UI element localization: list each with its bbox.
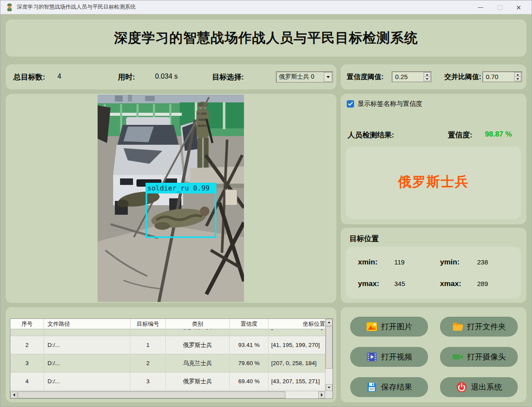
spin-down-button[interactable] (514, 77, 521, 81)
xmin-value: 119 (394, 258, 405, 266)
maximize-button[interactable] (490, 0, 509, 14)
column-header[interactable]: 文件路径 (44, 319, 130, 329)
save-result-button[interactable]: 保存结果 (350, 377, 428, 397)
horizontal-scrollbar[interactable] (10, 391, 325, 398)
cell-coords: [43, 207, 155, 271] (269, 372, 325, 390)
cell-index: 1 (10, 329, 44, 336)
exit-system-button[interactable]: 退出系统 (440, 377, 518, 397)
scroll-up-button[interactable] (326, 319, 332, 326)
cell-coords: [41, 195, 199, 270] (269, 336, 325, 354)
maximize-icon (497, 5, 502, 10)
ymin-label: ymin: (440, 258, 459, 267)
cell-target-id: 1 (130, 336, 166, 354)
thresholds-panel: 置信度阈值: 0.25 交并比阈值: 0.70 (341, 64, 526, 89)
cell-class: 俄罗斯士兵 (166, 336, 230, 354)
image-icon (366, 321, 377, 332)
xmax-value: 289 (477, 280, 488, 287)
cell-index: 4 (10, 372, 44, 390)
header-panel: 深度学习的智慧战场作战人员与平民目标检测系统 (6, 19, 526, 57)
spin-up-button[interactable] (424, 72, 431, 77)
triangle-up-icon (516, 74, 519, 76)
power-icon (456, 382, 467, 393)
cell-filepath: D:/... (44, 372, 130, 390)
open-camera-button[interactable]: 打开摄像头 (440, 347, 518, 367)
scroll-left-button[interactable] (10, 391, 17, 398)
open-folder-button[interactable]: 打开文件夹 (440, 317, 518, 337)
scroll-down-button[interactable] (326, 384, 332, 391)
target-position-box: xmin: 119 ymin: 238 ymax: 345 xmax: 289 (346, 247, 521, 299)
triangle-right-icon (321, 393, 323, 397)
vertical-scroll-thumb[interactable] (326, 326, 332, 369)
scrollbar-corner (325, 391, 332, 398)
column-header[interactable]: 置信度 (230, 319, 269, 329)
column-header[interactable]: 目标编号 (130, 319, 166, 329)
show-labels-checkbox-row[interactable]: 显示标签名称与置信度 (347, 100, 422, 108)
vertical-scrollbar[interactable] (325, 319, 332, 391)
table-body: 1 D:/... 0 俄罗斯士兵 98.87 % [119, 238, 289,… (10, 329, 325, 391)
triangle-down-icon (426, 78, 428, 80)
triangle-up-icon (426, 74, 428, 76)
minimize-button[interactable] (471, 0, 490, 14)
save-result-label: 保存结果 (381, 382, 412, 392)
detections-table[interactable]: 序号 文件路径 目标编号 类别 置信度 坐标位置 1 D:/... 0 俄罗斯士… (10, 318, 333, 399)
open-video-button[interactable]: 打开视频 (350, 347, 428, 367)
column-header[interactable]: 类别 (166, 319, 230, 329)
table-row[interactable]: 4 D:/... 3 俄罗斯士兵 69.40 % [43, 207, 155, … (10, 372, 325, 391)
close-button[interactable]: ✕ (509, 0, 528, 14)
detection-result-label: 人员检测结果: (348, 130, 394, 140)
detection-photo: soldier_ru 0.99 (98, 95, 244, 302)
open-image-label: 打开图片 (381, 321, 412, 332)
ymin-value: 238 (477, 258, 488, 266)
column-header[interactable]: 坐标位置 (269, 319, 325, 329)
iou-threshold-spinbox[interactable]: 0.70 (482, 71, 522, 82)
elapsed-time-value: 0.034 s (155, 73, 177, 80)
total-targets-label: 总目标数: (13, 72, 45, 82)
cell-class: 乌克兰士兵 (166, 354, 230, 372)
checkbox-checked-icon[interactable] (347, 100, 354, 108)
cell-filepath: D:/... (44, 336, 130, 354)
cell-confidence: 79.60 % (230, 354, 269, 372)
stats-panel: 总目标数: 4 用时: 0.034 s 目标选择: 俄罗斯士兵 0 (6, 64, 336, 89)
target-position-title: 目标位置 (349, 234, 379, 244)
table-row[interactable]: 2 D:/... 1 俄罗斯士兵 93.41 % [41, 195, 199, … (10, 336, 325, 354)
triangle-left-icon (13, 393, 15, 397)
cell-target-id: 2 (130, 354, 166, 372)
cell-filepath: D:/... (44, 354, 130, 372)
table-row[interactable]: 1 D:/... 0 俄罗斯士兵 98.87 % [119, 238, 289,… (10, 329, 325, 336)
iou-threshold-value: 0.70 (486, 73, 498, 80)
table-row[interactable]: 3 D:/... 2 乌克兰士兵 79.60 % [207, 0, 258, 1… (10, 354, 325, 372)
open-camera-label: 打开摄像头 (467, 352, 506, 362)
open-video-label: 打开视频 (381, 352, 412, 362)
target-select-label: 目标选择: (212, 72, 244, 82)
close-icon: ✕ (516, 4, 522, 11)
confidence-threshold-spinbox[interactable]: 0.25 (392, 71, 431, 82)
dropdown-arrow-button[interactable] (324, 72, 332, 82)
title-bar: 深度学习的智慧战场作战人员与平民目标检测系统 ✕ (0, 0, 532, 14)
total-targets-value: 4 (57, 73, 61, 80)
cell-class: 俄罗斯士兵 (166, 372, 230, 390)
xmin-label: xmin: (358, 258, 377, 267)
cell-coords: [119, 238, 289, 345] (269, 329, 325, 336)
image-display-panel: soldier_ru 0.99 (6, 94, 336, 303)
cell-target-id: 3 (130, 372, 166, 390)
minimize-icon (478, 7, 483, 8)
cell-target-id: 0 (130, 329, 166, 336)
result-class-name: 俄罗斯士兵 (346, 173, 521, 191)
open-image-button[interactable]: 打开图片 (350, 317, 428, 337)
spin-down-button[interactable] (424, 77, 431, 81)
chevron-down-icon (326, 76, 330, 78)
scroll-right-button[interactable] (318, 391, 325, 398)
triangle-down-icon (516, 78, 519, 80)
column-header[interactable]: 序号 (10, 319, 44, 329)
target-position-panel: 目标位置 xmin: 119 ymin: 238 ymax: 345 xmax:… (341, 228, 526, 303)
spin-up-button[interactable] (514, 72, 521, 77)
target-select-dropdown[interactable]: 俄罗斯士兵 0 (276, 71, 333, 83)
confidence-threshold-value: 0.25 (395, 73, 408, 80)
detections-table-panel: 序号 文件路径 目标编号 类别 置信度 坐标位置 1 D:/... 0 俄罗斯士… (6, 307, 336, 402)
camera-icon (452, 351, 463, 362)
confidence-value: 98.87 % (485, 130, 512, 139)
results-panel: 显示标签名称与置信度 人员检测结果: 置信度: 98.87 % 俄罗斯士兵 (341, 94, 526, 224)
elapsed-time-label: 用时: (118, 72, 135, 82)
horizontal-scroll-thumb[interactable] (18, 391, 285, 398)
cell-coords: [207, 0, 258, 184] (269, 354, 325, 372)
